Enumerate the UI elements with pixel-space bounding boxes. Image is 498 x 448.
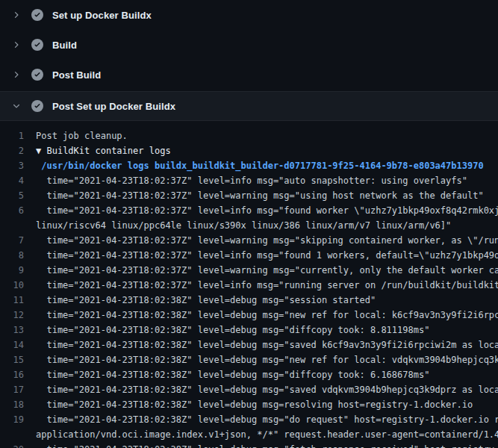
step-section-label: Post Build bbox=[52, 69, 101, 81]
log-line-4: 4 time="2021-04-23T18:02:37Z" level=info… bbox=[0, 173, 498, 188]
log-line-text: time="2021-04-23T18:02:38Z" level=debug … bbox=[36, 367, 429, 382]
log-line-text: Post job cleanup. bbox=[36, 128, 128, 143]
log-line-text: time="2021-04-23T18:02:37Z" level=warnin… bbox=[36, 233, 498, 248]
log-line-number[interactable]: 6 bbox=[0, 203, 36, 218]
log-line-text: /usr/bin/docker logs buildx_buildkit_bui… bbox=[36, 158, 484, 173]
log-line-number[interactable]: 16 bbox=[0, 367, 36, 382]
log-line-number[interactable]: 15 bbox=[0, 352, 36, 367]
step-section-header-post-build[interactable]: Post Build bbox=[0, 60, 498, 90]
log-group-caret-icon[interactable]: ▼ bbox=[36, 143, 46, 158]
log-line-number[interactable]: 12 bbox=[0, 308, 36, 323]
log-line-text: application/vnd.oci.image.index.v1+json,… bbox=[36, 427, 498, 442]
log-line-text: time="2021-04-23T18:02:38Z" level=debug … bbox=[36, 323, 429, 337]
check-circle-icon bbox=[31, 39, 43, 51]
log-line-text: time="2021-04-23T18:02:38Z" level=debug … bbox=[36, 382, 498, 397]
step-section-header-build[interactable]: Build bbox=[0, 30, 498, 60]
actions-log-viewer: Set up Docker Buildx Build Post Buil bbox=[0, 0, 498, 448]
log-line-12: 12 time="2021-04-23T18:02:38Z" level=deb… bbox=[0, 308, 498, 323]
log-line-8: 8 time="2021-04-23T18:02:37Z" level=info… bbox=[0, 248, 498, 263]
log-line-number[interactable]: 7 bbox=[0, 233, 36, 248]
log-line-17: 17 time="2021-04-23T18:02:38Z" level=deb… bbox=[0, 382, 498, 397]
log-line-text: time="2021-04-23T18:02:38Z" level=debug … bbox=[36, 412, 498, 427]
step-section-label: Build bbox=[52, 40, 77, 51]
log-line-6-continuation: linux/riscv64 linux/ppc64le linux/s390x … bbox=[0, 218, 498, 233]
log-line-number[interactable]: 17 bbox=[0, 382, 36, 397]
step-section-header-post-set-up-docker-buildx[interactable]: Post Set up Docker Buildx bbox=[0, 91, 498, 121]
log-line-18: 18 time="2021-04-23T18:02:38Z" level=deb… bbox=[0, 397, 498, 412]
log-line-number[interactable]: 10 bbox=[0, 278, 36, 293]
log-line-3: 3 /usr/bin/docker logs buildx_buildkit_b… bbox=[0, 158, 498, 173]
log-line-15: 15 time="2021-04-23T18:02:38Z" level=deb… bbox=[0, 352, 498, 367]
log-line-14: 14 time="2021-04-23T18:02:38Z" level=deb… bbox=[0, 337, 498, 352]
log-line-text: time="2021-04-23T18:02:38Z" level=debug … bbox=[36, 352, 498, 367]
log-line-number[interactable]: 19 bbox=[0, 412, 36, 427]
chevron-right-icon[interactable] bbox=[10, 9, 22, 21]
chevron-right-icon[interactable] bbox=[10, 39, 22, 51]
log-line-text: time="2021-04-23T18:02:37Z" level=warnin… bbox=[36, 263, 498, 278]
log-line-number bbox=[0, 427, 36, 442]
log-line-number[interactable]: 18 bbox=[0, 397, 36, 412]
log-line-number bbox=[0, 218, 36, 233]
log-line-19-continuation: application/vnd.oci.image.index.v1+json,… bbox=[0, 427, 498, 442]
log-line-20: 20 time="2021-04-23T18:02:38Z" level=deb… bbox=[0, 442, 498, 448]
log-line-text: time="2021-04-23T18:02:38Z" level=debug … bbox=[36, 442, 494, 448]
log-line-text: time="2021-04-23T18:02:38Z" level=debug … bbox=[36, 337, 498, 352]
log-line-text: time="2021-04-23T18:02:38Z" level=debug … bbox=[36, 293, 376, 308]
log-line-text: time="2021-04-23T18:02:38Z" level=debug … bbox=[36, 308, 498, 323]
log-line-number[interactable]: 3 bbox=[0, 158, 36, 173]
log-line-number[interactable]: 1 bbox=[0, 128, 36, 143]
log-line-text: time="2021-04-23T18:02:38Z" level=debug … bbox=[36, 397, 473, 412]
step-section-label: Set up Docker Buildx bbox=[52, 10, 152, 21]
log-line-text: BuildKit container logs bbox=[46, 143, 170, 158]
chevron-down-icon[interactable] bbox=[10, 100, 22, 112]
log-line-13: 13 time="2021-04-23T18:02:38Z" level=deb… bbox=[0, 323, 498, 337]
log-line-number[interactable]: 8 bbox=[0, 248, 36, 263]
log-line-number[interactable]: 2 bbox=[0, 143, 36, 158]
log-line-text: time="2021-04-23T18:02:37Z" level=info m… bbox=[36, 278, 498, 293]
chevron-right-icon[interactable] bbox=[10, 69, 22, 81]
step-section-label: Post Set up Docker Buildx bbox=[52, 101, 175, 112]
log-line-text: time="2021-04-23T18:02:37Z" level=info m… bbox=[36, 203, 498, 218]
log-line-number[interactable]: 13 bbox=[0, 323, 36, 337]
check-circle-icon bbox=[31, 100, 43, 112]
log-line-text: time="2021-04-23T18:02:37Z" level=info m… bbox=[36, 248, 498, 263]
log-line-number[interactable]: 11 bbox=[0, 293, 36, 308]
log-line-number[interactable]: 14 bbox=[0, 337, 36, 352]
log-line-text: linux/riscv64 linux/ppc64le linux/s390x … bbox=[36, 218, 451, 233]
check-circle-icon bbox=[31, 69, 43, 81]
log-area: 1 Post job cleanup. 2 ▼ BuildKit contain… bbox=[0, 121, 498, 448]
log-line-10: 10 time="2021-04-23T18:02:37Z" level=inf… bbox=[0, 278, 498, 293]
log-line-1: 1 Post job cleanup. bbox=[0, 128, 498, 143]
log-line-19: 19 time="2021-04-23T18:02:38Z" level=deb… bbox=[0, 412, 498, 427]
step-section-header-set-up-docker-buildx[interactable]: Set up Docker Buildx bbox=[0, 0, 498, 30]
log-line-7: 7 time="2021-04-23T18:02:37Z" level=warn… bbox=[0, 233, 498, 248]
log-line-2[interactable]: 2 ▼ BuildKit container logs bbox=[0, 143, 498, 158]
step-section-list: Set up Docker Buildx Build Post Buil bbox=[0, 0, 498, 448]
log-line-text: time="2021-04-23T18:02:37Z" level=info m… bbox=[36, 173, 467, 188]
log-line-number[interactable]: 9 bbox=[0, 263, 36, 278]
log-line-number[interactable]: 20 bbox=[0, 442, 36, 448]
log-line-number[interactable]: 5 bbox=[0, 188, 36, 203]
log-line-16: 16 time="2021-04-23T18:02:38Z" level=deb… bbox=[0, 367, 498, 382]
check-circle-icon bbox=[31, 9, 43, 21]
log-line-text: time="2021-04-23T18:02:37Z" level=warnin… bbox=[36, 188, 484, 203]
log-line-9: 9 time="2021-04-23T18:02:37Z" level=warn… bbox=[0, 263, 498, 278]
log-line-number[interactable]: 4 bbox=[0, 173, 36, 188]
log-line-5: 5 time="2021-04-23T18:02:37Z" level=warn… bbox=[0, 188, 498, 203]
log-line-11: 11 time="2021-04-23T18:02:38Z" level=deb… bbox=[0, 293, 498, 308]
log-line-6: 6 time="2021-04-23T18:02:37Z" level=info… bbox=[0, 203, 498, 218]
